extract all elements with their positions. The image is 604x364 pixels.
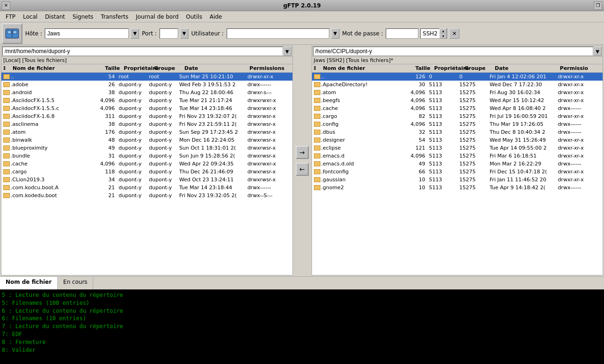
right-path-input[interactable] (313, 47, 594, 56)
right-group-col[interactable]: Groupe (463, 64, 493, 72)
file-perms: drwxrwsr-x (245, 152, 292, 160)
list-item[interactable]: .gnome2 10 5113 15275 Tue Apr 9 14:18:42… (312, 184, 603, 192)
file-perms: drwxr-xr-x (556, 168, 603, 176)
transfer-left-btn[interactable]: ← (296, 163, 309, 176)
list-item[interactable]: .AsciidocFX-1.6.8 311 dupont-y dupont-y … (1, 112, 292, 120)
left-path-input[interactable] (2, 47, 283, 56)
log-area: 5 : Lecture du contenu du répertoire5: F… (0, 289, 604, 364)
file-owner: dupont-y (117, 144, 147, 152)
file-name: .cache (312, 104, 402, 112)
list-item[interactable]: .atom 176 dupont-y dupont-y Sun Sep 29 1… (1, 128, 292, 136)
log-line: 6: Filenames (10 entries) (2, 315, 602, 323)
user-dropdown-btn[interactable]: ▼ (331, 28, 340, 39)
folder-icon (314, 137, 320, 143)
connect-button[interactable] (2, 23, 22, 44)
protocol-down-btn[interactable]: ▼ (439, 34, 447, 39)
left-size-col[interactable]: Taille (96, 64, 122, 72)
list-item[interactable]: .AsciidocFX-1.5.5.c 4,096 dupont-y dupon… (1, 104, 292, 112)
protocol-up-btn[interactable]: ▲ (439, 28, 447, 34)
tab-filename[interactable]: Nom de fichier (0, 277, 58, 289)
right-date-col[interactable]: Date (493, 64, 558, 72)
list-item[interactable]: .designer 54 5113 15275 Wed May 31 15:26… (312, 136, 603, 144)
left-date-col[interactable]: Date (182, 64, 248, 72)
file-name: .CLion2019.3 (1, 176, 91, 184)
file-name: .cargo (312, 112, 402, 120)
right-size-col[interactable]: Taille (407, 64, 432, 72)
menu-signets[interactable]: Signets (69, 13, 97, 21)
list-item[interactable]: .emacs.d 4,096 5113 15275 Fri Mar 6 16:1… (312, 152, 603, 160)
list-item[interactable]: .eclipse 121 5113 15275 Tue Apr 14 09:55… (312, 144, 603, 152)
list-item[interactable]: .bundle 31 dupont-y dupont-y Sun Jun 9 1… (1, 152, 292, 160)
host-dropdown-btn[interactable]: ▼ (131, 28, 139, 39)
right-sort-col[interactable]: ↕ (312, 64, 321, 72)
right-owner-col[interactable]: Propriétaire (432, 64, 463, 72)
left-owner-col[interactable]: Propriétaire (122, 64, 152, 72)
titlebar-restore-btn[interactable]: ❐ (594, 1, 602, 10)
folder-icon (3, 185, 10, 190)
list-item[interactable]: .. 126 0 0 Fri Jan 4 12:02:06 201 drwxr-… (312, 73, 603, 81)
left-perms-col[interactable]: Permissions (248, 64, 292, 72)
left-path-dropdown[interactable]: ▼ (283, 47, 292, 56)
password-input[interactable] (386, 28, 418, 39)
log-line: 8: Valider (2, 346, 602, 354)
menu-local[interactable]: Local (19, 13, 41, 21)
folder-icon (3, 137, 10, 143)
list-item[interactable]: .com.kodedu.boot 21 dupont-y dupont-y Fr… (1, 192, 292, 199)
menu-transferts[interactable]: Transferts (97, 13, 132, 21)
tab-en-cours[interactable]: En cours (58, 277, 94, 289)
folder-icon (314, 185, 320, 190)
list-item[interactable]: .binwalk 48 dupont-y dupont-y Mon Dec 16… (1, 136, 292, 144)
list-item[interactable]: .. 54 root root Sun Mar 25 10:21:10 drwx… (1, 73, 292, 81)
right-name-col[interactable]: Nom de fichier (321, 64, 407, 72)
menu-distant[interactable]: Distant (41, 13, 69, 21)
list-item[interactable]: .atom 4,096 5113 15275 Fri Aug 30 16:02:… (312, 89, 603, 96)
list-item[interactable]: .fontconfig 66 5113 15275 Fri Dec 15 10:… (312, 168, 603, 176)
file-date: Wed Dec 7 17:22:30 (488, 81, 556, 89)
menu-ftp[interactable]: FTP (2, 13, 19, 21)
file-owner: 5113 (427, 112, 458, 120)
menu-journal[interactable]: Journal de bord (132, 13, 182, 21)
left-group-col[interactable]: Groupe (152, 64, 182, 72)
transfer-right-btn[interactable]: → (296, 146, 309, 159)
list-item[interactable]: .cache 4,096 dupont-y dupont-y Wed Apr 2… (1, 160, 292, 168)
file-group: dupont-y (147, 192, 177, 199)
list-item[interactable]: .blueproximity 49 dupont-y dupont-y Sun … (1, 144, 292, 152)
right-panel: ▼ Jaws [SSH2] [Tous les fichiers]* ↕ Nom… (312, 46, 604, 275)
list-item[interactable]: .com.kodcu.boot.A 21 dupont-y dupont-y T… (1, 184, 292, 192)
titlebar-close-btn[interactable]: ✕ (2, 1, 10, 10)
list-item[interactable]: .config 4,096 5113 15275 Thu Mar 19 17:2… (312, 120, 603, 128)
list-item[interactable]: .cache 4,096 5113 15275 Wed Apr 8 16:08:… (312, 104, 603, 112)
list-item[interactable]: .ApacheDirectory! 30 5113 15275 Wed Dec … (312, 81, 603, 89)
user-input[interactable] (227, 28, 329, 39)
list-item[interactable]: .dbus 32 5113 15275 Thu Dec 8 10:40:34 2… (312, 128, 603, 136)
menu-outils[interactable]: Outils (182, 13, 206, 21)
right-perms-col[interactable]: Permissio (558, 64, 603, 72)
folder-icon (3, 161, 10, 166)
menu-aide[interactable]: Aide (206, 13, 226, 21)
host-input[interactable] (45, 28, 129, 39)
file-group: 15275 (458, 152, 488, 160)
port-input[interactable] (160, 28, 178, 39)
disconnect-button[interactable]: ✕ (449, 28, 459, 39)
list-item[interactable]: .gaussian 10 5113 15275 Fri Jan 11 11:46… (312, 176, 603, 184)
right-path-dropdown[interactable]: ▼ (593, 47, 602, 56)
file-group: 15275 (458, 136, 488, 144)
list-item[interactable]: .beegfs 4,096 5113 15275 Wed Apr 15 10:1… (312, 96, 603, 104)
list-item[interactable]: .cargo 118 dupont-y dupont-y Thu Dec 26 … (1, 168, 292, 176)
port-dropdown-btn[interactable]: ▼ (180, 28, 188, 39)
left-name-col[interactable]: Nom de fichier (11, 64, 96, 72)
list-item[interactable]: .adobe 26 dupont-y dupont-y Wed Feb 3 19… (1, 81, 292, 89)
file-owner: 0 (427, 73, 458, 81)
file-size: 31 (91, 152, 117, 160)
list-item[interactable]: .CLion2019.3 34 dupont-y dupont-y Wed Oc… (1, 176, 292, 184)
left-sort-col[interactable]: ↕ (1, 64, 11, 72)
file-owner: 5113 (427, 176, 458, 184)
list-item[interactable]: .AsciidocFX-1.5.5 4,096 dupont-y dupont-… (1, 96, 292, 104)
list-item[interactable]: .asclinema 38 dupont-y dupont-y Fri Nov … (1, 120, 292, 128)
list-item[interactable]: .android 38 dupont-y dupont-y Thu Aug 22… (1, 89, 292, 96)
list-item[interactable]: .emacs.d.old 49 5113 15275 Mon Mar 2 16:… (312, 160, 603, 168)
file-date: Tue Mar 14 23:18:44 (177, 184, 245, 192)
file-perms: drwxrwxr-x (245, 104, 292, 112)
list-item[interactable]: .cargo 82 5113 15275 Fri Jul 19 16:00:59… (312, 112, 603, 120)
file-owner: 5113 (427, 144, 458, 152)
